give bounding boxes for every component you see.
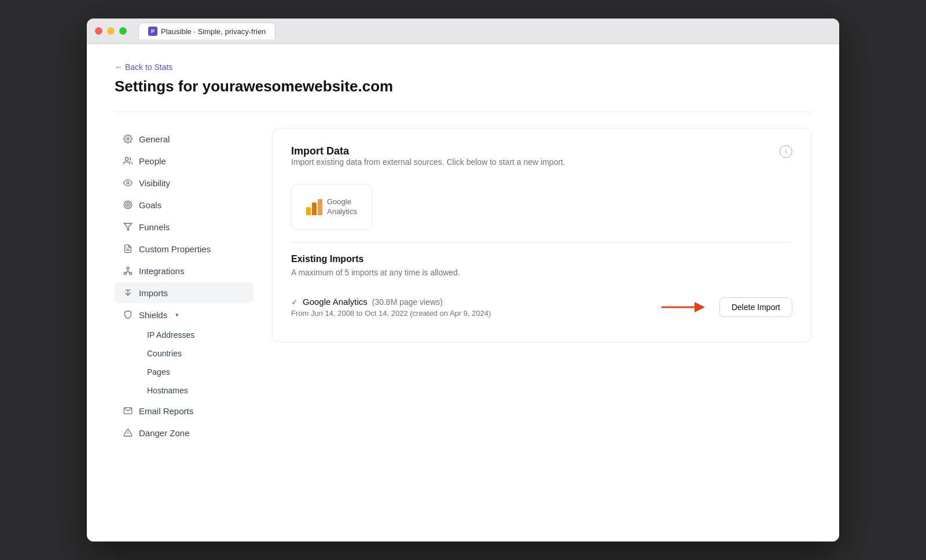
page-content: ← Back to Stats Settings for yourawesome… [87, 44, 839, 541]
ga-bars-icon [306, 199, 322, 215]
sidebar-item-people[interactable]: People [115, 150, 253, 171]
import-name-label: Google Analytics [303, 297, 368, 307]
sidebar-goals-label: Goals [139, 200, 161, 210]
sidebar-visibility-label: Visibility [139, 178, 170, 188]
sidebar-integrations-label: Integrations [139, 266, 184, 276]
funnels-icon [123, 222, 133, 232]
check-icon: ✓ [291, 297, 298, 307]
maximize-button[interactable] [119, 27, 127, 35]
settings-icon [123, 134, 133, 144]
sidebar-item-countries[interactable]: Countries [139, 345, 253, 362]
ip-addresses-label: IP Addresses [147, 330, 194, 340]
sidebar-item-funnels[interactable]: Funnels [115, 216, 253, 237]
sidebar-item-custom-properties[interactable]: Custom Properties [115, 238, 253, 259]
sidebar-item-general[interactable]: General [115, 128, 253, 149]
shields-icon [123, 310, 133, 320]
sidebar-shields-label: Shields [139, 310, 167, 320]
sidebar-custom-label: Custom Properties [139, 244, 211, 254]
integrations-icon [123, 266, 133, 276]
import-row: ✓ Google Analytics (30.8M page views) Fr… [291, 289, 792, 326]
ga-logo-text: Google Analytics [327, 197, 357, 217]
browser-tab[interactable]: P Plausible · Simple, privacy-frien [138, 23, 275, 39]
arrow-right-icon [662, 299, 708, 315]
import-data-title-block: Import Data Import existing data from ex… [291, 145, 565, 180]
tab-label: Plausible · Simple, privacy-frien [161, 27, 266, 36]
svg-point-2 [127, 182, 129, 184]
sidebar-item-goals[interactable]: Goals [115, 194, 253, 215]
back-to-stats-link[interactable]: ← Back to Stats [115, 62, 811, 72]
sidebar-item-pages[interactable]: Pages [139, 363, 253, 381]
main-panel: Import Data Import existing data from ex… [272, 128, 811, 444]
shields-submenu: IP Addresses Countries Pages Hostnames [115, 326, 253, 399]
card-header: Import Data Import existing data from ex… [291, 145, 792, 180]
svg-marker-6 [124, 223, 131, 230]
svg-point-1 [125, 157, 128, 160]
sidebar-item-imports[interactable]: Imports [115, 282, 253, 303]
import-views-badge: (30.8M page views) [372, 297, 443, 307]
sidebar-general-label: General [139, 134, 170, 144]
sidebar: General People V [115, 128, 253, 444]
import-data-title: Import Data [291, 145, 565, 157]
pages-label: Pages [147, 367, 170, 377]
svg-point-9 [127, 267, 129, 269]
ga-logo: Google Analytics [306, 197, 357, 217]
page-title: Settings for yourawesomewebsite.com [115, 78, 811, 95]
import-name-row: ✓ Google Analytics (30.8M page views) [291, 297, 491, 307]
sidebar-item-email-reports[interactable]: Email Reports [115, 400, 253, 421]
existing-imports-title: Existing Imports [291, 254, 792, 264]
imports-icon [123, 288, 133, 298]
sidebar-funnels-label: Funnels [139, 222, 170, 232]
tab-favicon: P [148, 27, 157, 36]
sidebar-item-visibility[interactable]: Visibility [115, 172, 253, 193]
import-date: From Jun 14, 2008 to Oct 14, 2022 (creat… [291, 309, 491, 318]
existing-imports-subtitle: A maximum of 5 imports at any time is al… [291, 268, 792, 277]
svg-line-13 [128, 271, 131, 272]
svg-point-4 [126, 202, 130, 207]
svg-line-14 [125, 271, 128, 272]
people-icon [123, 156, 133, 166]
sidebar-item-ip-addresses[interactable]: IP Addresses [139, 326, 253, 344]
goals-icon [123, 200, 133, 210]
chevron-down-icon: ▾ [175, 311, 179, 319]
close-button[interactable] [95, 27, 102, 35]
sidebar-item-shields[interactable]: Shields ▾ [115, 304, 253, 325]
info-icon[interactable]: i [780, 145, 792, 158]
sidebar-people-label: People [139, 156, 166, 166]
custom-properties-icon [123, 244, 133, 254]
sidebar-danger-label: Danger Zone [139, 428, 190, 438]
ga-bar-2 [312, 202, 317, 215]
google-analytics-import-button[interactable]: Google Analytics [291, 184, 372, 230]
countries-label: Countries [147, 349, 182, 358]
import-info: ✓ Google Analytics (30.8M page views) Fr… [291, 297, 491, 318]
minimize-button[interactable] [107, 27, 115, 35]
sidebar-email-label: Email Reports [139, 406, 193, 416]
header-divider [115, 112, 811, 112]
import-actions: Delete Import [662, 297, 792, 317]
ga-bar-1 [306, 207, 311, 215]
titlebar: P Plausible · Simple, privacy-frien [87, 19, 839, 44]
ga-bar-3 [318, 199, 322, 215]
sidebar-imports-label: Imports [139, 288, 168, 298]
import-data-card: Import Data Import existing data from ex… [272, 128, 811, 342]
import-data-subtitle: Import existing data from external sourc… [291, 157, 565, 167]
email-icon [123, 406, 133, 416]
sidebar-item-integrations[interactable]: Integrations [115, 260, 253, 281]
svg-point-5 [127, 204, 129, 206]
svg-point-0 [127, 138, 129, 140]
back-label: ← Back to Stats [115, 62, 172, 72]
sidebar-item-hostnames[interactable]: Hostnames [139, 382, 253, 399]
sidebar-item-danger-zone[interactable]: Danger Zone [115, 422, 253, 443]
mac-window: P Plausible · Simple, privacy-frien ← Ba… [87, 19, 839, 541]
danger-icon [123, 428, 133, 438]
delete-import-button[interactable]: Delete Import [719, 297, 792, 317]
visibility-icon [123, 178, 133, 188]
card-divider [291, 242, 792, 242]
layout: General People V [115, 128, 811, 444]
hostnames-label: Hostnames [147, 386, 188, 395]
